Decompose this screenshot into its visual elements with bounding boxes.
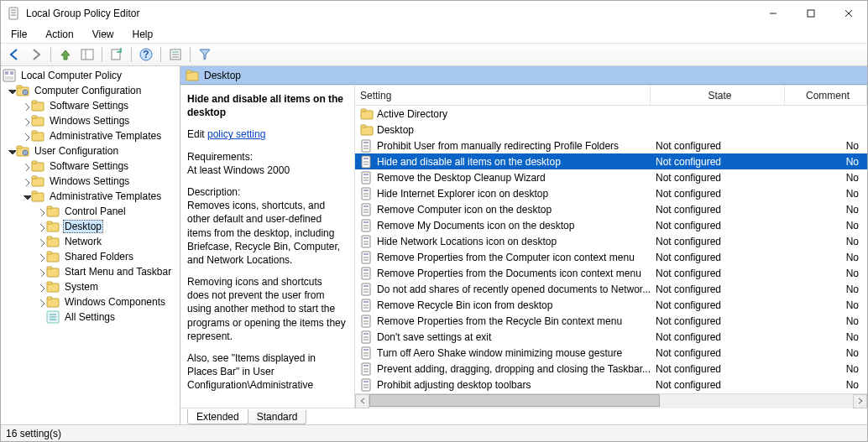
list-row[interactable]: Remove Properties from the Recycle Bin c… [355,313,867,329]
chevron-down-icon[interactable] [6,146,16,156]
menu-help[interactable]: Help [129,27,157,42]
policy-icon [360,139,374,153]
tree-item-network[interactable]: Network [1,234,180,249]
list-row[interactable]: Hide and disable all items on the deskto… [355,153,867,169]
tree-label: All Settings [63,311,117,323]
chevron-right-icon[interactable] [36,282,46,292]
chevron-down-icon[interactable] [21,191,31,201]
tab-standard[interactable]: Standard [248,410,307,424]
tree-item-system[interactable]: System [1,279,180,294]
gear-icon [16,84,29,97]
column-setting[interactable]: Setting [355,86,651,105]
scroll-right-button[interactable] [853,394,867,408]
scroll-track[interactable] [369,394,853,408]
comment-cell: No [785,283,867,295]
chevron-right-icon[interactable] [21,131,31,141]
tree-item-windows-components[interactable]: Windows Components [1,294,180,309]
tree-item-administrative-templates[interactable]: Administrative Templates [1,189,180,204]
tree-item-desktop[interactable]: Desktop [1,219,180,234]
minimize-button[interactable] [754,1,792,26]
list-row[interactable]: Desktop [355,122,867,138]
tab-extended[interactable]: Extended [187,409,248,424]
list-header: Setting State Comment [355,86,867,106]
tree-item-root[interactable]: Local Computer Policy [1,68,180,83]
tree-item-computer-configuration[interactable]: Computer Configuration [1,83,180,98]
edit-policy-link[interactable]: policy setting [207,128,265,140]
tree-item-start-menu-and-taskbar[interactable]: Start Menu and Taskbar [1,264,180,279]
up-button[interactable] [55,45,76,64]
tree-item-software-settings[interactable]: Software Settings [1,98,180,113]
tree-item-software-settings[interactable]: Software Settings [1,159,180,174]
state-cell: Not configured [651,363,785,375]
show-hide-tree-button[interactable] [77,45,97,64]
tree-item-user-configuration[interactable]: User Configuration [1,143,180,159]
setting-name: Active Directory [377,108,447,120]
tree-label: Software Settings [48,160,130,172]
chevron-right-icon[interactable] [21,176,31,186]
path-header-label: Desktop [204,70,241,81]
list-row[interactable]: Prohibit User from manually redirecting … [355,138,867,153]
tree-item-windows-settings[interactable]: Windows Settings [1,174,180,189]
tree-item-windows-settings[interactable]: Windows Settings [1,113,180,128]
export-list-button[interactable] [107,45,127,64]
tree-item-all-settings[interactable]: All Settings [1,309,180,325]
close-button[interactable] [829,1,867,26]
state-cell: Not configured [651,347,785,359]
requirements-text: At least Windows 2000 [187,164,346,177]
setting-name: Hide and disable all items on the deskto… [377,156,561,168]
chevron-right-icon[interactable] [21,161,31,171]
path-header: Desktop [180,66,867,85]
chevron-right-icon[interactable] [36,221,46,231]
list-row[interactable]: Remove Recycle Bin icon from desktopNot … [355,297,867,313]
list-row[interactable]: Active Directory [355,106,867,122]
chevron-right-icon[interactable] [36,252,46,262]
scroll-left-button[interactable] [355,394,369,408]
chevron-right-icon[interactable] [36,312,46,322]
tree-label: User Configuration [33,145,120,157]
properties-button[interactable] [165,45,186,64]
folder-icon [46,250,60,263]
list-row[interactable]: Prohibit adjusting desktop toolbarsNot c… [355,377,867,393]
menu-view[interactable]: View [89,27,118,42]
column-state[interactable]: State [651,86,785,105]
list-row[interactable]: Do not add shares of recently opened doc… [355,281,867,297]
list-row[interactable]: Remove Properties from the Computer icon… [355,249,867,265]
chevron-right-icon[interactable] [36,267,46,277]
chevron-right-icon[interactable] [21,116,31,126]
folder-icon [31,99,44,112]
back-button[interactable] [4,45,24,64]
folder-icon [31,129,44,143]
list-row[interactable]: Prevent adding, dragging, dropping and c… [355,361,867,377]
chevron-right-icon[interactable] [36,297,46,307]
list-row[interactable]: Don't save settings at exitNot configure… [355,329,867,345]
list-row[interactable]: Hide Network Locations icon on desktopNo… [355,233,867,249]
list-row[interactable]: Remove Computer icon on the desktopNot c… [355,201,867,217]
list-row[interactable]: Remove Properties from the Documents ico… [355,265,867,281]
setting-name: Remove the Desktop Cleanup Wizard [377,172,546,184]
policy-icon [360,362,374,376]
list-row[interactable]: Turn off Aero Shake window minimizing mo… [355,345,867,361]
forward-button[interactable] [26,45,46,64]
chevron-down-icon[interactable] [6,86,16,96]
tree-item-shared-folders[interactable]: Shared Folders [1,249,180,264]
tree-pane[interactable]: Local Computer Policy Computer Configura… [1,66,180,424]
tree-item-administrative-templates[interactable]: Administrative Templates [1,128,180,143]
chevron-right-icon[interactable] [36,237,46,247]
list-row[interactable]: Remove My Documents icon on the desktopN… [355,217,867,233]
filter-button[interactable] [195,45,215,64]
chevron-right-icon[interactable] [36,206,46,216]
list-row[interactable]: Remove the Desktop Cleanup WizardNot con… [355,169,867,185]
maximize-button[interactable] [792,1,829,26]
scroll-thumb[interactable] [369,394,660,407]
horizontal-scrollbar[interactable] [355,393,867,408]
tree-item-control-panel[interactable]: Control Panel [1,204,180,219]
description-label: Description: [187,185,346,199]
help-button[interactable] [136,45,156,64]
menu-file[interactable]: File [8,27,30,42]
chevron-right-icon[interactable] [21,101,31,111]
list-row[interactable]: Hide Internet Explorer icon on desktopNo… [355,185,867,201]
list-body[interactable]: Active DirectoryDesktopProhibit User fro… [355,106,867,393]
column-comment[interactable]: Comment [785,86,867,105]
titlebar: Local Group Policy Editor [1,1,867,26]
menu-action[interactable]: Action [42,27,76,42]
